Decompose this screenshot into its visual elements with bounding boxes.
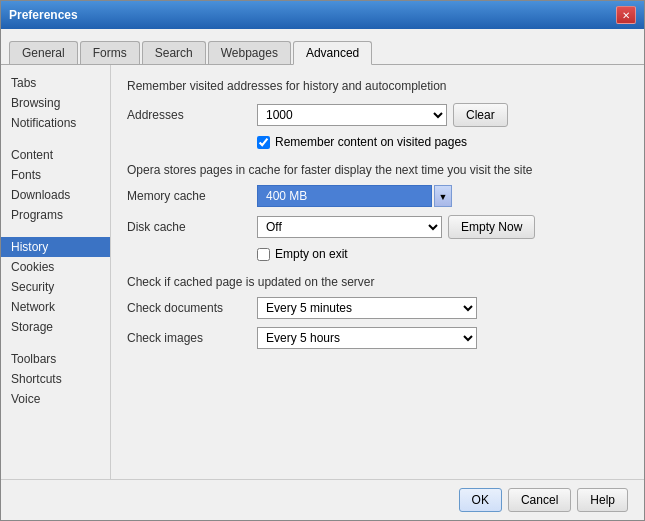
main-panel: Remember visited addresses for history a… <box>111 65 644 479</box>
server-section-title: Check if cached page is updated on the s… <box>127 275 628 289</box>
sidebar-item-content[interactable]: Content <box>1 145 110 165</box>
sidebar-item-fonts[interactable]: Fonts <box>1 165 110 185</box>
remember-content-row: Remember content on visited pages <box>257 135 628 149</box>
memory-cache-label: Memory cache <box>127 189 257 203</box>
addresses-label: Addresses <box>127 108 257 122</box>
help-button[interactable]: Help <box>577 488 628 512</box>
content-area: Tabs Browsing Notifications Content Font… <box>1 65 644 479</box>
addresses-row: Addresses 1000 Clear <box>127 103 628 127</box>
check-documents-row: Check documents Every 5 minutes Every 10… <box>127 297 628 319</box>
sidebar-item-cookies[interactable]: Cookies <box>1 257 110 277</box>
sidebar-group-4: Toolbars Shortcuts Voice <box>1 349 110 409</box>
check-images-row: Check images Every 5 hours Every hour Ev… <box>127 327 628 349</box>
tab-search[interactable]: Search <box>142 41 206 64</box>
disk-cache-label: Disk cache <box>127 220 257 234</box>
disk-cache-row: Disk cache Off Empty Now <box>127 215 628 239</box>
title-bar: Preferences ✕ <box>1 1 644 29</box>
sidebar-item-voice[interactable]: Voice <box>1 389 110 409</box>
memory-cache-value-display[interactable]: 400 MB <box>257 185 432 207</box>
sidebar-item-security[interactable]: Security <box>1 277 110 297</box>
sidebar-item-programs[interactable]: Programs <box>1 205 110 225</box>
memory-cache-row: Memory cache 400 MB ▼ <box>127 185 628 207</box>
check-images-controls: Every 5 hours Every hour Every day Never <box>257 327 628 349</box>
cache-section-title: Opera stores pages in cache for faster d… <box>127 163 628 177</box>
tab-advanced[interactable]: Advanced <box>293 41 372 65</box>
sidebar-item-shortcuts[interactable]: Shortcuts <box>1 369 110 389</box>
check-documents-select[interactable]: Every 5 minutes Every 10 minutes Every 3… <box>257 297 477 319</box>
sidebar-item-storage[interactable]: Storage <box>1 317 110 337</box>
memory-cache-controls: 400 MB ▼ <box>257 185 628 207</box>
sidebar-group-2: Content Fonts Downloads Programs <box>1 145 110 225</box>
sidebar-item-downloads[interactable]: Downloads <box>1 185 110 205</box>
tab-general[interactable]: General <box>9 41 78 64</box>
sidebar-item-notifications[interactable]: Notifications <box>1 113 110 133</box>
cancel-button[interactable]: Cancel <box>508 488 571 512</box>
remember-content-label: Remember content on visited pages <box>275 135 467 149</box>
window-controls: ✕ <box>616 6 636 24</box>
memory-cache-dropdown-arrow[interactable]: ▼ <box>434 185 452 207</box>
empty-on-exit-label: Empty on exit <box>275 247 348 261</box>
disk-cache-select[interactable]: Off <box>257 216 442 238</box>
tab-webpages[interactable]: Webpages <box>208 41 291 64</box>
sidebar-item-browsing[interactable]: Browsing <box>1 93 110 113</box>
window-title: Preferences <box>9 8 78 22</box>
clear-button[interactable]: Clear <box>453 103 508 127</box>
tabs-bar: General Forms Search Webpages Advanced <box>1 29 644 65</box>
check-documents-label: Check documents <box>127 301 257 315</box>
tab-forms[interactable]: Forms <box>80 41 140 64</box>
empty-now-button[interactable]: Empty Now <box>448 215 535 239</box>
remember-content-checkbox[interactable] <box>257 136 270 149</box>
sidebar-item-tabs[interactable]: Tabs <box>1 73 110 93</box>
history-section-title: Remember visited addresses for history a… <box>127 79 628 93</box>
sidebar-group-3: History Cookies Security Network Storage <box>1 237 110 337</box>
disk-cache-controls: Off Empty Now <box>257 215 628 239</box>
sidebar: Tabs Browsing Notifications Content Font… <box>1 65 111 479</box>
preferences-window: Preferences ✕ General Forms Search Webpa… <box>0 0 645 521</box>
check-documents-controls: Every 5 minutes Every 10 minutes Every 3… <box>257 297 628 319</box>
sidebar-item-network[interactable]: Network <box>1 297 110 317</box>
sidebar-group-1: Tabs Browsing Notifications <box>1 73 110 133</box>
sidebar-item-toolbars[interactable]: Toolbars <box>1 349 110 369</box>
check-images-select[interactable]: Every 5 hours Every hour Every day Never <box>257 327 477 349</box>
check-images-label: Check images <box>127 331 257 345</box>
empty-on-exit-row: Empty on exit <box>257 247 628 261</box>
footer: OK Cancel Help <box>1 479 644 520</box>
empty-on-exit-checkbox[interactable] <box>257 248 270 261</box>
addresses-select[interactable]: 1000 <box>257 104 447 126</box>
addresses-controls: 1000 Clear <box>257 103 628 127</box>
sidebar-item-history[interactable]: History <box>1 237 110 257</box>
ok-button[interactable]: OK <box>459 488 502 512</box>
close-button[interactable]: ✕ <box>616 6 636 24</box>
